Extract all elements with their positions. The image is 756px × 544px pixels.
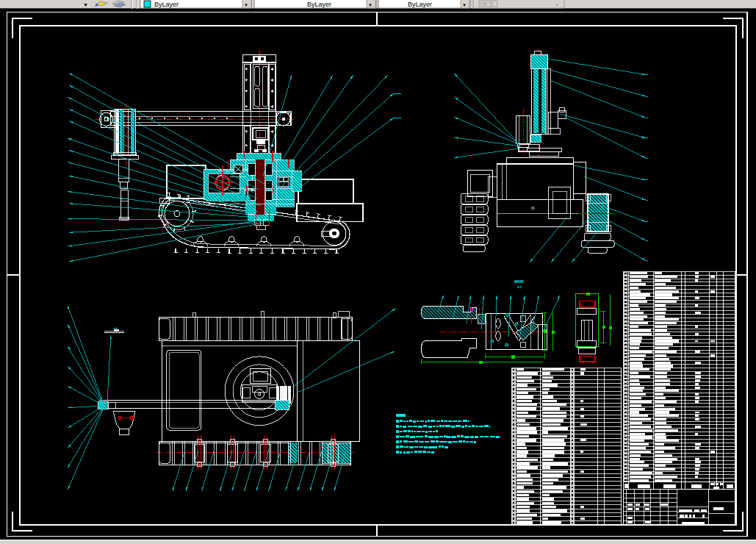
svg-text:▼: ▼: [555, 3, 559, 7]
svg-text:80: 80: [531, 207, 536, 210]
svg-text:ByLayer: ByLayer: [408, 1, 432, 8]
svg-text:M66F: M66F: [514, 279, 524, 284]
svg-text:ByLayer: ByLayer: [154, 1, 179, 8]
svg-text:▼: ▼: [83, 2, 88, 7]
svg-text:ByLayer: ByLayer: [307, 1, 331, 8]
svg-text:▼: ▼: [462, 3, 467, 7]
svg-text:▼: ▼: [368, 3, 372, 7]
svg-text:2:1: 2:1: [517, 285, 522, 289]
svg-text:▼: ▼: [244, 3, 248, 7]
